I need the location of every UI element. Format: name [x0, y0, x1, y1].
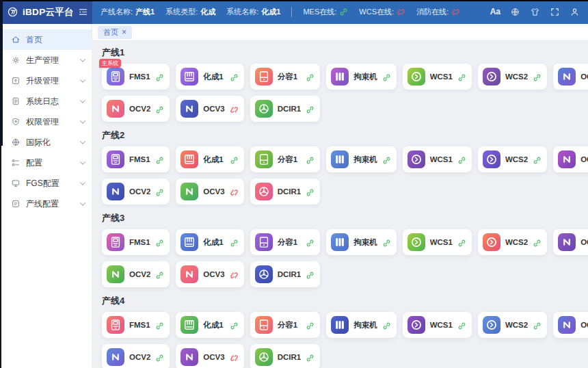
link-icon[interactable]	[306, 73, 315, 81]
system-card-WCS1[interactable]: WCS1	[403, 229, 472, 255]
system-card-分容1[interactable]: 分容1	[250, 312, 321, 338]
system-card-OCV1[interactable]: OCV1	[553, 64, 588, 90]
system-card-化成1[interactable]: 化成1	[176, 229, 243, 255]
system-card-拘束机[interactable]: 拘束机	[326, 312, 397, 338]
link-icon[interactable]	[155, 353, 164, 362]
system-card-分容1[interactable]: 分容1	[250, 146, 321, 172]
link-icon[interactable]	[306, 238, 315, 247]
link-icon[interactable]	[155, 238, 164, 247]
link-icon[interactable]	[382, 73, 391, 81]
system-card-WCS1[interactable]: WCS1	[403, 312, 472, 338]
link-icon[interactable]	[382, 238, 391, 247]
link-icon[interactable]	[155, 187, 164, 196]
system-card-化成1[interactable]: 化成1	[176, 312, 243, 338]
system-card-WCS2[interactable]: WCS2	[478, 146, 547, 172]
system-card-OCV1[interactable]: OCV1	[553, 229, 588, 255]
system-card-WCS2[interactable]: WCS2	[478, 64, 547, 90]
link-icon[interactable]	[155, 155, 164, 164]
system-card-OCV3[interactable]: OCV3	[176, 179, 243, 205]
ocv-icon	[558, 233, 576, 251]
link-icon[interactable]	[533, 155, 542, 164]
system-card-OCV2[interactable]: OCV2	[102, 179, 170, 205]
broken-link-icon[interactable]	[230, 353, 239, 362]
tab-label: 首页	[103, 27, 118, 38]
system-card-FMS1[interactable]: FMS1	[102, 229, 170, 255]
user-icon[interactable]	[570, 7, 580, 17]
link-icon[interactable]	[457, 238, 466, 247]
system-card-拘束机[interactable]: 拘束机	[326, 229, 397, 255]
system-card-OCV2[interactable]: OCV2	[102, 344, 170, 368]
close-icon[interactable]: ×	[122, 29, 126, 36]
language-globe-icon[interactable]	[510, 7, 520, 17]
system-card-化成1[interactable]: 化成1	[176, 146, 243, 172]
broken-link-icon[interactable]	[230, 105, 239, 114]
link-icon[interactable]	[457, 73, 466, 81]
system-card-DCIR1[interactable]: DCIR1	[250, 261, 321, 287]
link-icon[interactable]	[382, 321, 391, 330]
screen-edge-artifact	[0, 146, 1, 368]
theme-shirt-icon[interactable]	[530, 7, 540, 17]
link-icon[interactable]	[306, 353, 315, 362]
link-icon[interactable]	[382, 155, 391, 164]
link-icon[interactable]	[230, 321, 239, 330]
sidebar-item-line-config[interactable]: 产线配置	[0, 194, 92, 214]
sidebar-item-config[interactable]: 配置	[0, 153, 92, 173]
ocv-icon	[181, 183, 198, 200]
system-card-WCS2[interactable]: WCS2	[478, 312, 547, 338]
link-icon[interactable]	[306, 187, 315, 196]
sidebar-item-upgrade[interactable]: 升级管理	[0, 70, 92, 91]
system-card-FMS1[interactable]: FMS1	[102, 312, 170, 338]
link-icon[interactable]	[457, 155, 466, 164]
system-card-FMS1[interactable]: 主系统 FMS1	[102, 64, 170, 90]
link-icon[interactable]	[155, 105, 164, 114]
sidebar-item-home[interactable]: 首页	[0, 29, 92, 50]
link-icon[interactable]	[230, 73, 239, 81]
system-card-拘束机[interactable]: 拘束机	[326, 146, 397, 172]
sidebar-item-production[interactable]: 生产管理	[0, 50, 92, 70]
system-card-OCV1[interactable]: OCV1	[553, 312, 588, 338]
fullscreen-icon[interactable]	[550, 7, 560, 17]
link-icon[interactable]	[155, 73, 164, 81]
system-card-FMS1[interactable]: FMS1	[102, 146, 170, 172]
system-card-WCS1[interactable]: WCS1	[403, 146, 472, 172]
system-card-拘束机[interactable]: 拘束机	[326, 64, 397, 90]
link-icon[interactable]	[306, 321, 315, 330]
sidebar-item-system-log[interactable]: 系统日志	[0, 91, 92, 111]
sidebar-item-i18n[interactable]: 国际化	[0, 132, 92, 153]
system-card-OCV1[interactable]: OCV1	[553, 146, 588, 172]
system-card-OCV2[interactable]: OCV2	[102, 261, 170, 287]
card-label: 化成1	[203, 237, 223, 248]
link-icon[interactable]	[155, 270, 164, 279]
font-size-button[interactable]: Aa	[490, 7, 500, 17]
sidebar-item-fgs-config[interactable]: FGS配置	[0, 173, 92, 194]
system-card-DCIR1[interactable]: DCIR1	[250, 96, 321, 122]
tab-home[interactable]: 首页 ×	[98, 26, 132, 39]
system-card-OCV3[interactable]: OCV3	[176, 261, 243, 287]
link-icon[interactable]	[306, 155, 315, 164]
link-icon[interactable]	[533, 238, 542, 247]
system-card-OCV2[interactable]: OCV2	[102, 96, 170, 122]
link-icon[interactable]	[457, 321, 466, 330]
link-icon[interactable]	[306, 270, 315, 279]
link-icon[interactable]	[155, 321, 164, 330]
link-icon[interactable]	[230, 238, 239, 247]
system-card-DCIR1[interactable]: DCIR1	[250, 179, 321, 205]
link-icon[interactable]	[533, 73, 542, 81]
system-card-分容1[interactable]: 分容1	[250, 229, 321, 255]
sidebar-collapse-icon[interactable]	[78, 7, 88, 17]
system-card-OCV3[interactable]: OCV3	[176, 344, 243, 368]
sidebar-item-permission[interactable]: 权限管理	[0, 111, 92, 132]
system-card-WCS2[interactable]: WCS2	[478, 229, 547, 255]
card-grid: FMS1 化成1 分容1 拘束机	[102, 146, 578, 205]
system-card-化成1[interactable]: 化成1	[176, 64, 243, 90]
system-card-分容1[interactable]: 分容1	[250, 64, 321, 90]
link-icon[interactable]	[306, 105, 315, 114]
system-card-OCV3[interactable]: OCV3	[176, 96, 243, 122]
card-label: 化成1	[203, 155, 223, 165]
link-icon[interactable]	[230, 155, 239, 164]
broken-link-icon[interactable]	[230, 270, 239, 279]
system-card-DCIR1[interactable]: DCIR1	[250, 344, 321, 368]
link-icon[interactable]	[533, 321, 542, 330]
broken-link-icon[interactable]	[230, 187, 239, 196]
system-card-WCS1[interactable]: WCS1	[403, 64, 472, 90]
